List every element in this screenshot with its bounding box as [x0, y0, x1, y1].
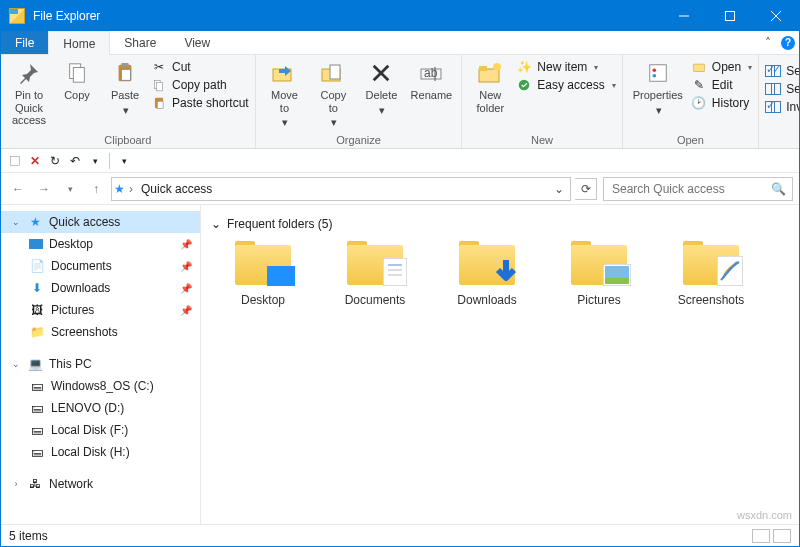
search-icon: 🔍	[771, 182, 786, 196]
qat-new-icon[interactable]	[7, 153, 23, 169]
folder-item-documents[interactable]: Documents	[335, 243, 415, 307]
invert-selection-icon	[765, 99, 781, 115]
invert-selection-button[interactable]: Invert selection	[765, 99, 800, 115]
qat-delete-icon[interactable]: ✕	[27, 153, 43, 169]
rename-button[interactable]: ab Rename	[407, 57, 455, 104]
ribbon: Pin to Quick access Copy Paste ▾ ✂Cut Co…	[1, 55, 799, 149]
cut-button[interactable]: ✂Cut	[151, 59, 249, 75]
sidebar-network[interactable]: › 🖧 Network	[1, 473, 200, 495]
new-folder-icon	[476, 59, 504, 87]
back-button[interactable]: ←	[7, 178, 29, 200]
svg-rect-22	[479, 66, 487, 71]
section-header[interactable]: ⌄ Frequent folders (5)	[211, 217, 789, 231]
folder-item-screenshots[interactable]: Screenshots	[671, 243, 751, 307]
paste-button[interactable]: Paste ▾	[103, 57, 147, 118]
sidebar-item-desktop[interactable]: Desktop📌	[1, 233, 200, 255]
select-all-icon	[765, 63, 781, 79]
refresh-button[interactable]: ⟳	[575, 178, 597, 200]
tab-home[interactable]: Home	[48, 31, 110, 55]
svg-rect-36	[605, 266, 629, 278]
sidebar-item-documents[interactable]: 📄Documents📌	[1, 255, 200, 277]
delete-button[interactable]: Delete▾	[359, 57, 403, 118]
expand-icon[interactable]: ⌄	[11, 359, 21, 369]
paste-icon	[111, 59, 139, 87]
svg-text:ab: ab	[424, 66, 438, 80]
svg-point-23	[493, 63, 501, 71]
ribbon-tabs: File Home Share View ˄ ?	[1, 31, 799, 55]
copy-button[interactable]: Copy	[55, 57, 99, 104]
drive-icon: 🖴	[29, 378, 45, 394]
sidebar-drive-h[interactable]: 🖴Local Disk (H:)	[1, 441, 200, 463]
properties-button[interactable]: Properties▾	[629, 57, 687, 118]
ribbon-group-clipboard: Pin to Quick access Copy Paste ▾ ✂Cut Co…	[1, 55, 256, 148]
sidebar-item-screenshots[interactable]: 📁Screenshots	[1, 321, 200, 343]
chevron-right-icon: ›	[129, 182, 133, 196]
qat-dropdown-icon[interactable]: ▾	[87, 153, 103, 169]
up-button[interactable]: ↑	[85, 178, 107, 200]
folder-item-desktop[interactable]: Desktop	[223, 243, 303, 307]
folder-item-pictures[interactable]: Pictures	[559, 243, 639, 307]
pin-icon: 📌	[180, 261, 192, 272]
address-dropdown-icon[interactable]: ⌄	[550, 182, 568, 196]
breadcrumb[interactable]: Quick access	[137, 182, 216, 196]
history-icon: 🕑	[691, 95, 707, 111]
pin-icon	[15, 59, 43, 87]
sidebar-drive-f[interactable]: 🖴Local Disk (F:)	[1, 419, 200, 441]
close-button[interactable]	[753, 1, 799, 31]
copy-to-button[interactable]: Copy to▾	[311, 57, 355, 131]
view-icons-button[interactable]	[773, 529, 791, 543]
address-bar[interactable]: ★ › Quick access ⌄	[111, 177, 571, 201]
folder-icon: 📁	[29, 324, 45, 340]
qat-undo-icon[interactable]: ↶	[67, 153, 83, 169]
quick-access-toolbar: ✕ ↻ ↶ ▾ ▾	[1, 149, 799, 173]
forward-button[interactable]: →	[33, 178, 55, 200]
sidebar-item-downloads[interactable]: ⬇Downloads📌	[1, 277, 200, 299]
svg-rect-29	[10, 156, 19, 165]
svg-rect-25	[649, 65, 666, 82]
search-input[interactable]	[610, 181, 771, 197]
svg-rect-1	[726, 12, 735, 21]
folder-item-downloads[interactable]: Downloads	[447, 243, 527, 307]
item-count: 5 items	[9, 529, 48, 543]
copy-path-button[interactable]: Copy path	[151, 77, 249, 93]
svg-point-27	[652, 74, 656, 78]
select-none-button[interactable]: Select none	[765, 81, 800, 97]
status-bar: 5 items	[1, 524, 799, 546]
view-details-button[interactable]	[752, 529, 770, 543]
qat-customize-icon[interactable]: ▾	[116, 153, 132, 169]
sidebar-drive-d[interactable]: 🖴LENOVO (D:)	[1, 397, 200, 419]
help-icon[interactable]: ?	[781, 36, 795, 50]
move-to-button[interactable]: Move to▾	[262, 57, 307, 131]
expand-icon[interactable]: ›	[11, 479, 21, 489]
history-button[interactable]: 🕑History	[691, 95, 752, 111]
search-box[interactable]: 🔍	[603, 177, 793, 201]
sidebar-this-pc[interactable]: ⌄ 💻 This PC	[1, 353, 200, 375]
tab-view[interactable]: View	[170, 31, 224, 54]
tab-share[interactable]: Share	[110, 31, 170, 54]
qat-refresh-icon[interactable]: ↻	[47, 153, 63, 169]
svg-rect-30	[267, 266, 295, 286]
navbar: ← → ▾ ↑ ★ › Quick access ⌄ ⟳ 🔍	[1, 173, 799, 205]
recent-locations-button[interactable]: ▾	[59, 178, 81, 200]
edit-button[interactable]: ✎Edit	[691, 77, 752, 93]
minimize-button[interactable]	[661, 1, 707, 31]
new-item-button[interactable]: ✨New item▾	[516, 59, 615, 75]
titlebar: File Explorer	[1, 1, 799, 31]
sidebar-item-pictures[interactable]: 🖼Pictures📌	[1, 299, 200, 321]
paste-shortcut-button[interactable]: Paste shortcut	[151, 95, 249, 111]
select-all-button[interactable]: Select all	[765, 63, 800, 79]
ribbon-group-organize: Move to▾ Copy to▾ Delete▾ ab Rename Orga…	[256, 55, 463, 148]
pin-to-quick-access-button[interactable]: Pin to Quick access	[7, 57, 51, 129]
sidebar-drive-c[interactable]: 🖴Windows8_OS (C:)	[1, 375, 200, 397]
file-menu[interactable]: File	[1, 31, 48, 54]
expand-icon[interactable]: ⌄	[11, 217, 21, 227]
new-folder-button[interactable]: New folder	[468, 57, 512, 116]
easy-access-button[interactable]: Easy access▾	[516, 77, 615, 93]
open-button[interactable]: Open▾	[691, 59, 752, 75]
sidebar-quick-access[interactable]: ⌄ ★ Quick access	[1, 211, 200, 233]
window-title: File Explorer	[33, 9, 100, 23]
maximize-button[interactable]	[707, 1, 753, 31]
cut-icon: ✂	[151, 59, 167, 75]
open-icon	[691, 59, 707, 75]
collapse-ribbon-icon[interactable]: ˄	[765, 36, 771, 50]
